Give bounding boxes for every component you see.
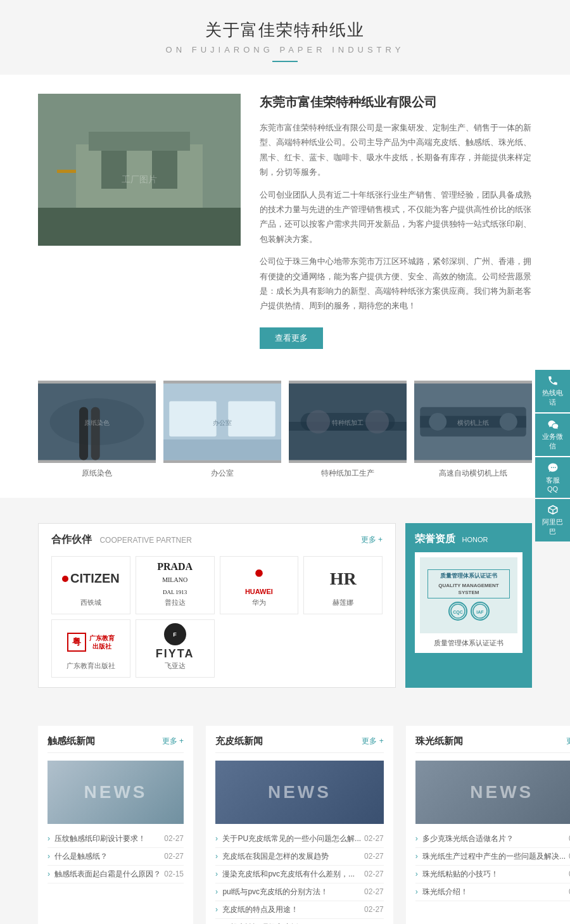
news-sections: 触感纸新闻 更多 + NEWS › 压纹触感纸印刷设计要求！ 02-27 › 什…: [38, 726, 532, 924]
float-btn-qq[interactable]: 客服QQ: [535, 457, 570, 498]
cert-image: 质量管理体系认证证书 QUALITY MANAGEMENT SYSTEM CQC…: [420, 557, 517, 633]
float-btn-ali-label: 阿里巴巴: [542, 517, 564, 536]
partner-citizen: CITIZEN 西铁城: [51, 556, 130, 614]
cert-title-box: 质量管理体系认证证书 QUALITY MANAGEMENT SYSTEM: [428, 569, 510, 598]
honor-header: 荣誉资质 HONOR: [415, 533, 522, 546]
factory-img-3: 特种纸加工: [289, 381, 407, 463]
factory-grid: 原纸染色 原纸染色 办公室 办公室: [38, 381, 532, 479]
news-link[interactable]: › 珠光纸粘贴的小技巧！: [415, 869, 566, 880]
news-date: 02-27: [364, 887, 384, 896]
factory-caption-3: 特种纸加工生产: [289, 468, 407, 479]
factory-images-section: 原纸染色 原纸染色 办公室 办公室: [0, 368, 570, 498]
news-date: 02-27: [364, 834, 384, 843]
about-image-placeholder: 工厂图片: [38, 94, 241, 246]
news-link[interactable]: › 充皮纸的特点及用途！: [215, 904, 361, 915]
partner-logo-citizen: CITIZEN: [55, 563, 127, 595]
news-link[interactable]: › 充皮纸在我国是怎样的发展趋势: [215, 851, 361, 862]
about-para2: 公司创业团队人员有近二十年纸张行业生产销售、管理经验，团队具备成熟的技术力量与先…: [260, 187, 532, 247]
partners-honor-section: 合作伙伴 COOPERATIVE PARTNER 更多 + CITIZEN 西铁…: [38, 523, 532, 688]
partner-logo-guangdong: 粤 广东教育出版社: [55, 626, 127, 658]
news-item: › 触感纸表面起白霜是什么原因？ 02-15: [48, 866, 184, 883]
news-item: › 充皮纸的特点及用途！ 02-27: [215, 901, 384, 919]
svg-text:特种纸加工: 特种纸加工: [332, 419, 364, 426]
svg-rect-14: [169, 401, 216, 436]
news-item: › 多少克珠光纸合适做名片？ 02-27: [415, 830, 570, 848]
partner-logo-hr: HR: [307, 563, 379, 595]
partners-more[interactable]: 更多 +: [361, 535, 383, 545]
svg-text:办公室: 办公室: [213, 419, 232, 426]
news-link[interactable]: › 多少克珠光纸合适做名片？: [415, 833, 566, 844]
partner-huawei: HUAWEI 华为: [220, 556, 299, 614]
about-more-button[interactable]: 查看更多: [260, 327, 323, 349]
svg-point-27: [429, 413, 446, 431]
partner-name-fiyta: 飞亚达: [139, 661, 211, 671]
float-btn-phone-label: 热线电话: [542, 388, 564, 407]
about-section: 工厂图片 东莞市富佳荣特种纸业有限公司 东莞市富佳荣特种纸业有限公司是一家集研发…: [0, 75, 570, 368]
about-para1: 东莞市富佳荣特种纸业有限公司是一家集研发、定制生产、销售于一体的新型、高端特种纸…: [260, 120, 532, 180]
news-item: › 压纹触感纸印刷设计要求！ 02-27: [48, 830, 184, 848]
float-btn-phone[interactable]: 热线电话: [535, 370, 570, 412]
news-link[interactable]: › 关于PU充皮纸常见的一些小问题怎么解...: [215, 833, 361, 844]
svg-rect-11: [91, 407, 100, 460]
svg-rect-15: [228, 401, 275, 436]
company-name: 东莞市富佳荣特种纸业有限公司: [260, 94, 532, 111]
news-date: 02-27: [164, 834, 184, 843]
news-link[interactable]: › 触感纸表面起白霜是什么原因？: [48, 869, 161, 880]
news-more-pu[interactable]: 更多 +: [362, 736, 383, 747]
news-item: › 珠光纸粘贴的小技巧！ 02-27: [415, 866, 570, 883]
partner-fiyta: F FIYTA 飞亚达: [136, 619, 215, 678]
svg-point-22: [365, 410, 389, 433]
factory-item-4: 横切机上纸 高速自动横切机上纸: [414, 381, 532, 479]
news-header-pearl: 珠光纸新闻 更多 +: [415, 735, 570, 753]
news-link[interactable]: › 漫染充皮纸和pvc充皮纸有什么差别，...: [215, 869, 361, 880]
svg-rect-16: [163, 440, 281, 460]
news-item: › 什么是触感纸？ 02-27: [48, 848, 184, 866]
news-item: › pul纸与pvc充皮纸的分别方法！ 02-27: [215, 883, 384, 901]
news-title-pearl: 珠光纸新闻: [415, 735, 463, 747]
honor-cert: 质量管理体系认证证书 QUALITY MANAGEMENT SYSTEM CQC…: [415, 552, 522, 653]
factory-img-1: 原纸染色: [38, 381, 156, 463]
news-more-touch[interactable]: 更多 +: [162, 736, 184, 747]
float-btn-ali[interactable]: 阿里巴巴: [535, 499, 570, 541]
news-label-touch: NEWS: [84, 782, 148, 802]
news-link[interactable]: › 珠光纸介绍！: [415, 887, 566, 897]
partner-name-huawei: 华为: [224, 598, 295, 607]
news-img-pearl: NEWS: [415, 761, 570, 824]
news-item: › 一起来认识环保充皮纸 02-21: [215, 919, 384, 924]
factory-caption-2: 办公室: [163, 468, 281, 479]
factory-item-2: 办公室 办公室: [163, 381, 281, 479]
cert-logo-main: CQC: [448, 602, 467, 621]
news-img-touch: NEWS: [48, 761, 184, 824]
svg-rect-10: [79, 407, 88, 460]
news-date: 02-27: [164, 852, 184, 861]
cert-logos: CQC IAF: [448, 602, 490, 621]
partners-title: 合作伙伴 COOPERATIVE PARTNER: [51, 533, 192, 547]
svg-point-21: [307, 410, 330, 433]
svg-text:IAF: IAF: [476, 610, 484, 614]
svg-text:原纸染色: 原纸染色: [84, 419, 110, 426]
news-link[interactable]: › 压纹触感纸印刷设计要求！: [48, 833, 161, 844]
factory-item-3: 特种纸加工 特种纸加工生产: [289, 381, 407, 479]
page-title: 关于富佳荣特种纸业: [0, 19, 570, 41]
float-btn-qq-label: 客服QQ: [542, 476, 564, 493]
news-more-pearl[interactable]: 更多 +: [566, 736, 570, 747]
partner-logo-huawei: HUAWEI: [224, 563, 295, 595]
qq-icon: [547, 462, 559, 474]
partner-hr: HR 赫莲娜: [303, 556, 383, 614]
news-column-pearl: 珠光纸新闻 更多 + NEWS › 多少克珠光纸合适做名片？ 02-27 › 珠…: [406, 726, 570, 924]
svg-point-28: [500, 413, 517, 431]
svg-rect-6: [57, 170, 76, 173]
news-header-touch: 触感纸新闻 更多 +: [48, 735, 184, 753]
news-link[interactable]: › 珠光纸生产过程中产生的一些问题及解决...: [415, 851, 566, 862]
partner-name-hr: 赫莲娜: [307, 598, 379, 607]
news-link[interactable]: › 什么是触感纸？: [48, 851, 161, 862]
about-image: 工厂图片: [38, 94, 241, 246]
news-title-touch: 触感纸新闻: [48, 735, 95, 747]
news-link[interactable]: › pul纸与pvc充皮纸的分别方法！: [215, 887, 361, 897]
partner-guangdong: 粤 广东教育出版社 广东教育出版社: [51, 619, 130, 678]
news-img-pu: NEWS: [215, 761, 384, 824]
news-column-pu: 充皮纸新闻 更多 + NEWS › 关于PU充皮纸常见的一些小问题怎么解... …: [206, 726, 393, 924]
partner-name-citizen: 西铁城: [55, 598, 127, 607]
about-content: 东莞市富佳荣特种纸业有限公司 东莞市富佳荣特种纸业有限公司是一家集研发、定制生产…: [260, 94, 532, 349]
float-btn-wechat[interactable]: 业务微信: [535, 414, 570, 456]
